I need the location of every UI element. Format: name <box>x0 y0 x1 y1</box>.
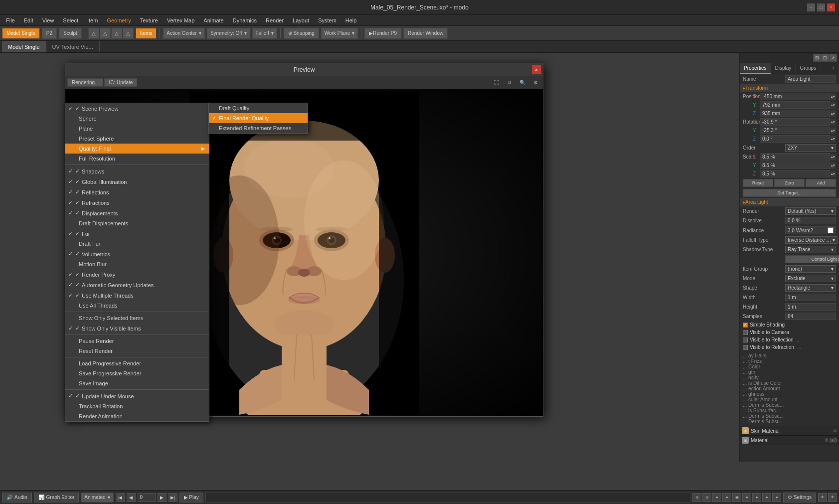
ctx-save-image[interactable]: Save Image <box>65 378 209 388</box>
ctx-scene-preview[interactable]: ✓ Scene Preview <box>65 103 209 114</box>
position-y-spinner[interactable]: ▴▾ <box>830 102 836 109</box>
menu-view[interactable]: View <box>38 16 58 24</box>
ctx-volumetrics[interactable]: ✓ Volumetrics <box>65 249 209 259</box>
maximize-button[interactable]: □ <box>817 3 825 11</box>
animated-dropdown[interactable]: Animated ▾ <box>81 493 113 503</box>
falloff-dropdown[interactable]: Falloff ▾ <box>252 28 277 39</box>
rotation-x-spinner[interactable]: ▴▾ <box>830 119 836 126</box>
rotation-x-value[interactable]: -30.9 ° <box>760 118 830 126</box>
bottom-icon-3[interactable]: ● <box>712 493 721 502</box>
sub-final-render-quality[interactable]: Final Render Quality <box>209 113 308 123</box>
bottom-icon-2[interactable]: ⊕ <box>702 493 711 502</box>
menu-system[interactable]: System <box>314 16 340 24</box>
position-x-value[interactable]: -450 mm <box>760 93 830 100</box>
rotation-z-value[interactable]: 0.0 ° <box>760 135 830 143</box>
scale-z-value[interactable]: 8.5 % <box>760 170 830 177</box>
set-target-button[interactable]: Set Target... <box>743 189 836 197</box>
ctx-all-threads[interactable]: Use All Threads <box>65 301 209 311</box>
menu-geometry[interactable]: Geometry <box>103 16 135 24</box>
position-z-value[interactable]: 935 mm <box>760 110 830 117</box>
ctx-update-under-mouse[interactable]: ✓ Update Under Mouse <box>65 391 209 401</box>
scale-z-spinner[interactable]: ▴▾ <box>830 170 836 177</box>
height-value[interactable]: 1 m <box>785 303 836 311</box>
ctx-plane[interactable]: Plane <box>65 124 209 134</box>
ctx-multi-threads[interactable]: ✓ Use Multiple Threads <box>65 290 209 301</box>
ctx-draft-displacements[interactable]: Draft Displacements <box>65 218 209 228</box>
bottom-icon-5[interactable]: ◉ <box>732 493 741 502</box>
preview-zoom-icon[interactable]: 🔍 <box>517 77 528 88</box>
scale-x-spinner[interactable]: ▴▾ <box>830 154 836 161</box>
menu-file[interactable]: File <box>2 16 19 24</box>
zero-button[interactable]: Zero <box>774 179 805 187</box>
items-button[interactable]: Items <box>136 28 157 39</box>
audio-button[interactable]: 🔊 Audio <box>2 493 32 503</box>
eye-icon-1[interactable]: 👁 <box>818 493 827 502</box>
ctx-render-proxy[interactable]: ✓ Render Proxy <box>65 269 209 280</box>
sub-draft-quality[interactable]: Draft Quality <box>209 103 308 113</box>
menu-vertex-map[interactable]: Vertex Map <box>163 16 199 24</box>
render-button[interactable]: ▶Render P9 <box>364 28 401 39</box>
scale-y-value[interactable]: 8.5 % <box>760 162 830 169</box>
mode-model-single[interactable]: Model Single <box>2 28 40 39</box>
preview-close-button[interactable]: × <box>532 65 541 74</box>
tab-model-single[interactable]: Model Single <box>2 41 46 52</box>
render-dropdown[interactable]: Default (Yes) ▾ <box>785 207 836 215</box>
scale-x-value[interactable]: 8.5 % <box>760 153 830 161</box>
item-material[interactable]: ◉ Material ② (all) <box>740 436 839 445</box>
preview-settings-icon[interactable]: ⚙ <box>530 77 541 88</box>
menu-layout[interactable]: Layout <box>289 16 313 24</box>
simple-shading-checkbox[interactable]: ✓ <box>743 323 748 328</box>
graph-editor-button[interactable]: 📊 Graph Editor <box>34 493 79 503</box>
panel-icon-1[interactable]: ⊞ <box>813 54 821 62</box>
timeline-area[interactable] <box>205 493 690 503</box>
menu-select[interactable]: Select <box>59 16 82 24</box>
ctx-render-animation[interactable]: Render Animation <box>65 411 209 421</box>
panel-icon-3[interactable]: ↗ <box>829 54 837 62</box>
menu-help[interactable]: Help <box>341 16 361 24</box>
preview-refresh-icon[interactable]: ↺ <box>504 77 515 88</box>
tool-icon-4[interactable]: △ <box>123 28 134 39</box>
ctx-quality-final[interactable]: Quality: Final <box>65 144 209 154</box>
bottom-icon-6[interactable]: ● <box>742 493 751 502</box>
transform-section-header[interactable]: ▸ Transform <box>740 84 839 92</box>
mode-dropdown[interactable]: Exclude ▾ <box>785 275 836 282</box>
item-group-dropdown[interactable]: (none) ▾ <box>785 265 836 273</box>
dissolve-value[interactable]: 0.0 % <box>785 217 836 224</box>
rotation-y-spinner[interactable]: ▴▾ <box>830 127 836 134</box>
area-light-section-header[interactable]: ▸ Area Light <box>740 198 839 206</box>
scale-y-spinner[interactable]: ▴▾ <box>830 162 836 169</box>
mode-sculpt[interactable]: Sculpt <box>59 28 82 39</box>
ctx-refractions[interactable]: ✓ Refractions <box>65 197 209 208</box>
sub-extended-passes[interactable]: Extended Refinement Passes <box>209 123 308 133</box>
radiance-value[interactable]: 3.0 W/srm2 <box>785 226 836 234</box>
ctx-save-progressive[interactable]: Save Progressive Render <box>65 368 209 378</box>
prev-frame-button[interactable]: ◀ <box>127 493 136 502</box>
rotation-y-value[interactable]: -25.3 ° <box>760 127 830 134</box>
work-plane-dropdown[interactable]: Work Plane ▾ <box>321 28 358 39</box>
add-button[interactable]: Add <box>806 179 836 187</box>
ctx-trackball[interactable]: Trackball Rotation <box>65 401 209 411</box>
ctx-fur[interactable]: ✓ Fur <box>65 228 209 239</box>
ctx-show-visible[interactable]: ✓ Show Only Visible Items <box>65 323 209 334</box>
minimize-button[interactable]: − <box>807 3 815 11</box>
tool-icon-1[interactable]: △ <box>88 28 99 39</box>
visible-refraction-checkbox[interactable] <box>743 345 748 350</box>
reset-button[interactable]: Reset <box>743 179 773 187</box>
visible-reflection-checkbox[interactable] <box>743 337 748 342</box>
tab-uv-texture[interactable]: UV Texture Vie... <box>46 41 100 52</box>
bottom-icon-4[interactable]: ● <box>722 493 731 502</box>
close-button[interactable]: × <box>827 3 835 11</box>
menu-texture[interactable]: Texture <box>136 16 162 24</box>
bottom-icon-9[interactable]: ● <box>772 493 781 502</box>
tool-icon-2[interactable]: △ <box>100 28 111 39</box>
ctx-pause-render[interactable]: Pause Render <box>65 336 209 346</box>
tab-properties[interactable]: Properties <box>740 63 771 74</box>
render-window-button[interactable]: Render Window <box>403 28 448 39</box>
tool-icon-3[interactable]: △ <box>111 28 122 39</box>
ctx-shadows[interactable]: ✓ Shadows <box>65 166 209 176</box>
visible-camera-checkbox[interactable] <box>743 330 748 335</box>
ctx-displacements[interactable]: ✓ Displacements <box>65 208 209 218</box>
order-dropdown[interactable]: ZXY ▾ <box>785 144 836 152</box>
ctx-draft-fur[interactable]: Draft Fur <box>65 239 209 249</box>
bottom-icon-7[interactable]: ● <box>752 493 761 502</box>
